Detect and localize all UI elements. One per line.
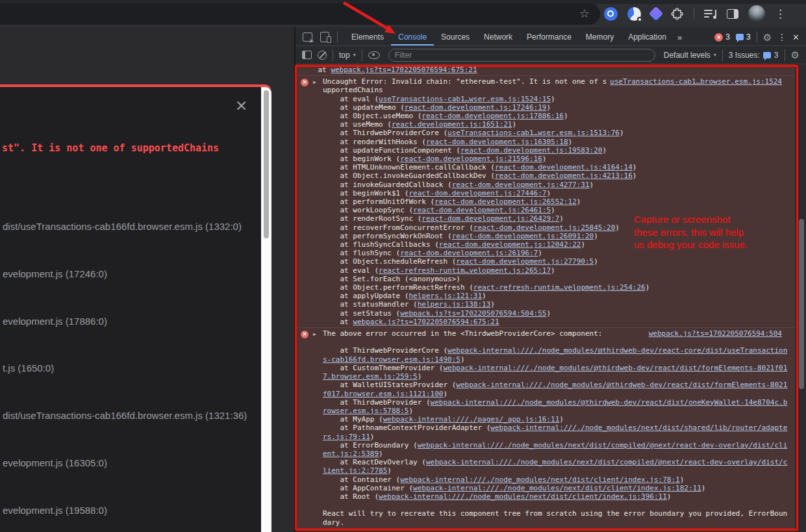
source-link[interactable]: webpack-internal:///./node_modules/next/… — [323, 424, 787, 440]
device-toolbar-icon[interactable] — [320, 32, 329, 42]
expand-triangle-icon[interactable]: ▶ — [313, 78, 316, 86]
extensions-puzzle-icon[interactable] — [671, 7, 684, 20]
source-link[interactable]: webpack-internal:///./node_modules/next/… — [413, 484, 701, 492]
overlay-error-message: st". It is not one of supportedChains — [2, 142, 219, 155]
source-link[interactable]: react-dom.development.js:26196:7 — [400, 249, 538, 257]
devtools-settings-icon[interactable]: ⚙ — [763, 32, 772, 42]
console-filter-input[interactable] — [388, 49, 655, 62]
message-count-badge[interactable]: 3 — [736, 32, 751, 42]
source-link[interactable]: react-dom.development.js:27790:5 — [456, 257, 594, 266]
overlay-frame: evelopment.js (17246:0) — [3, 268, 107, 280]
source-link[interactable]: react-dom.development.js:27446:7 — [409, 189, 546, 197]
overlay-scrollbar-track — [261, 87, 271, 532]
source-link[interactable]: webpack.js?ts=1702205076594:675:21 — [331, 66, 477, 74]
source-link[interactable]: webpack.js?ts=1702205076594:504:55 — [400, 309, 546, 318]
source-link[interactable]: helpers.js:138:13 — [418, 300, 491, 309]
overlay-frame: evelopment.js (19588:0) — [3, 505, 107, 516]
source-link[interactable]: react-dom.development.js:26091:20 — [452, 232, 594, 240]
source-link[interactable]: webpack-internal:///./node_modules/@thir… — [323, 346, 787, 363]
tab-elements[interactable]: Elements — [344, 29, 391, 45]
tab-performance[interactable]: Performance — [520, 29, 579, 45]
stack-frame-line: at ThirdwebProvider (webpack-internal://… — [323, 398, 790, 415]
error-icon: ✕ — [301, 79, 309, 86]
context-selector[interactable]: top ▾ — [339, 51, 356, 60]
tab-console[interactable]: Console — [391, 29, 434, 45]
source-link[interactable]: webpack-internal:///./node_modules/next/… — [400, 475, 679, 484]
source-link[interactable]: helpers.js:121:31 — [409, 292, 482, 300]
source-link[interactable]: react-dom.development.js:26429:7 — [422, 214, 559, 223]
issues-counter[interactable]: 3 Issues: 3 — [729, 51, 779, 60]
source-link[interactable]: react-dom.development.js:16305:18 — [426, 138, 568, 146]
stack-frame-line: at recoverFromConcurrentError (react-dom… — [323, 223, 790, 232]
clear-console-icon[interactable] — [318, 51, 327, 60]
source-link[interactable]: webpack-internal:///./node_modules/@thir… — [323, 398, 787, 415]
source-link[interactable]: react-dom.development.js:25845:20 — [473, 223, 616, 232]
devtools-tab-list: ElementsConsoleSourcesNetworkPerformance… — [344, 29, 674, 45]
source-link[interactable]: useTransactions-cab1…browser.esm.js:1524 — [610, 77, 782, 86]
console-sidebar-icon[interactable] — [302, 51, 312, 59]
more-tabs-icon[interactable]: » — [674, 32, 686, 42]
extension-diamond-icon[interactable] — [649, 6, 664, 21]
console-settings-icon[interactable]: ⚙ — [791, 50, 800, 60]
source-link[interactable]: react-dom.development.js:26461:5 — [413, 206, 551, 214]
address-bar[interactable]: ☆ — [0, 3, 600, 25]
stack-frame-line: at Object.scheduleRefresh (react-dom.dev… — [323, 257, 790, 266]
extension-blue-circle-icon[interactable] — [604, 7, 618, 21]
side-panel-icon[interactable] — [727, 9, 738, 19]
chevron-down-icon: ▾ — [353, 52, 356, 58]
toolbar-divider — [362, 49, 362, 61]
devtools-menu-icon[interactable]: ⋮ — [777, 32, 787, 42]
source-link[interactable]: webpack-internal:///./pages/_app.js:16:1… — [383, 415, 560, 424]
stack-frame-line: at workLoopSync (react-dom.development.j… — [323, 206, 790, 214]
browser-menu-icon[interactable]: ⋮ — [775, 8, 786, 19]
source-link[interactable]: react-dom.development.js:21596:16 — [400, 155, 542, 163]
source-link[interactable]: webpack-internal:///./node_modules/next/… — [379, 492, 667, 501]
stack-frame-line: at Object.invokeGuardedCallbackDev (reac… — [323, 171, 790, 180]
overlay-close-icon[interactable]: ✕ — [235, 99, 247, 114]
console-scrollbar-thumb[interactable] — [799, 219, 804, 389]
stack-frame-line: at renderWithHooks (react-dom.developmen… — [323, 138, 790, 146]
tab-memory[interactable]: Memory — [579, 29, 621, 45]
console-toolbar: top ▾ Default levels ▾ 3 Issues: 3 ⚙ — [296, 46, 806, 64]
stack-frame-line: at applyUpdate (helpers.js:121:31) — [323, 292, 790, 300]
source-link[interactable]: react-dom.development.js:26552:12 — [434, 197, 577, 206]
source-link[interactable]: webpack-internal:///./node_modules/next/… — [323, 441, 787, 458]
bookmark-star-icon[interactable]: ☆ — [579, 6, 590, 21]
stack-frame-line: at flushSync (react-dom.development.js:2… — [323, 249, 790, 257]
stack-frame-line: at CustomThemeProvider (webpack-internal… — [323, 364, 790, 381]
source-link[interactable]: react-refresh-runtim…velopment.js:254:26 — [473, 283, 646, 292]
tab-sources[interactable]: Sources — [434, 29, 477, 45]
log-levels-selector[interactable]: Default levels ▾ — [664, 51, 716, 60]
overlay-frame: t.js (1650:0) — [3, 362, 54, 374]
source-link[interactable]: react-dom.development.js:19583:20 — [460, 146, 603, 155]
source-link[interactable]: react-dom.development.js:17246:19 — [405, 103, 547, 112]
source-link[interactable]: webpack-internal:///./node_modules/@thir… — [323, 381, 787, 398]
stack-frame-line: at flushSyncCallbacks (react-dom.develop… — [323, 240, 790, 249]
source-link[interactable]: webpack.js?ts=1702205076594:504 — [649, 329, 782, 338]
source-link[interactable]: webpack-internal:///./node_modules/@thir… — [323, 364, 787, 381]
source-link[interactable]: useTransactions-cab1…wser.esm.js:1524:15 — [379, 95, 551, 103]
inspect-element-icon[interactable] — [303, 32, 312, 42]
source-link[interactable]: webpack.js?ts=1702205076594:675:21 — [353, 318, 499, 326]
media-queue-icon[interactable] — [704, 8, 717, 19]
tab-application[interactable]: Application — [621, 29, 674, 45]
live-expression-eye-icon[interactable] — [368, 51, 380, 59]
error-count-badge[interactable]: ✕ 3 — [714, 32, 730, 42]
source-link[interactable]: react-dom.development.js:12042:22 — [439, 240, 581, 249]
extension-clock-icon[interactable] — [627, 7, 641, 21]
expand-triangle-icon[interactable]: ▶ — [313, 330, 316, 338]
source-link[interactable]: react-refresh-runtim…velopment.js:265:17 — [379, 266, 551, 275]
overlay-scrollbar-thumb[interactable] — [264, 90, 269, 238]
source-link[interactable]: react-dom.development.js:4213:16 — [495, 171, 633, 180]
source-link[interactable]: react-dom.development.js:17886:16 — [422, 112, 564, 120]
source-link[interactable]: webpack-internal:///./node_modules/next/… — [323, 458, 787, 475]
source-link[interactable]: react.development.js:1651:21 — [392, 120, 512, 129]
stack-frame-line: at Container (webpack-internal:///./node… — [323, 475, 790, 484]
profile-avatar[interactable] — [748, 5, 765, 22]
stack-frame-line: at beginWork (react-dom.development.js:2… — [323, 155, 790, 163]
source-link[interactable]: react-dom.development.js:4277:31 — [452, 181, 590, 189]
devtools-close-icon[interactable]: ✕ — [792, 33, 800, 42]
tab-network[interactable]: Network — [477, 29, 520, 45]
source-link[interactable]: useTransactions-cab1…wser.esm.js:1513:76 — [447, 129, 620, 137]
source-link[interactable]: react-dom.development.js:4164:14 — [495, 163, 633, 171]
